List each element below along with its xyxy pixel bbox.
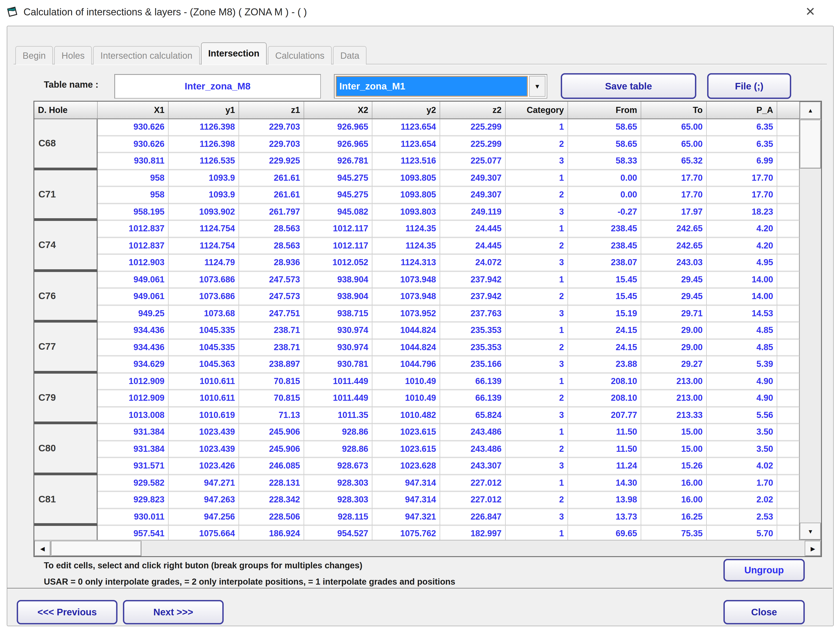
table-cell[interactable]: 13.98 [568,492,641,509]
table-cell[interactable]: 1010.611 [169,373,239,390]
tab-begin[interactable]: Begin [15,46,53,65]
table-cell[interactable]: 3 [505,509,568,526]
table-cell[interactable]: 947.314 [372,492,440,509]
file-button[interactable]: File (;) [707,73,791,99]
close-icon[interactable]: ✕ [805,5,815,19]
table-cell[interactable]: 1012.117 [304,221,372,238]
tab-data[interactable]: Data [333,46,367,65]
table-cell[interactable] [777,238,799,255]
table-cell[interactable]: 238.45 [568,221,641,238]
table-cell[interactable]: 14.00 [707,289,777,306]
hole-label[interactable]: C77 [34,323,98,373]
table-cell[interactable]: 1 [505,323,568,339]
table-cell[interactable]: 15.45 [568,272,641,289]
horizontal-scrollbar[interactable]: ◀ ▶ [34,540,821,556]
table-cell[interactable]: 926.965 [304,136,372,153]
table-cell[interactable]: 1044.824 [372,339,440,357]
hole-label[interactable]: C81 [34,475,98,526]
table-cell[interactable]: 945.275 [304,170,372,187]
table-cell[interactable] [777,289,799,306]
tab-intersection-calculation[interactable]: Intersection calculation [93,46,200,65]
table-cell[interactable]: 931.571 [98,458,169,475]
table-cell[interactable]: 65.824 [440,407,505,424]
table-cell[interactable]: 1126.398 [169,136,239,153]
table-cell[interactable]: 228.342 [239,492,304,509]
table-cell[interactable]: 1023.426 [169,458,239,475]
table-cell[interactable]: 947.314 [372,475,440,492]
table-cell[interactable]: 1126.398 [169,119,239,136]
table-cell[interactable] [777,458,799,475]
table-cell[interactable]: 249.307 [440,170,505,187]
table-cell[interactable]: 4.90 [707,390,777,407]
table-cell[interactable]: 28.563 [239,238,304,255]
table-cell[interactable]: 3 [505,458,568,475]
table-cell[interactable]: 17.70 [641,187,707,204]
table-cell[interactable]: 1011.449 [304,373,372,390]
table-cell[interactable]: 226.847 [440,509,505,526]
table-cell[interactable]: 947.263 [169,492,239,509]
table-cell[interactable]: 225.077 [440,153,505,170]
scroll-down-icon[interactable]: ▼ [800,523,821,540]
table-cell[interactable]: 208.10 [568,390,641,407]
table-cell[interactable]: 1 [505,119,568,136]
table-cell[interactable]: 1045.363 [169,357,239,373]
table-cell[interactable]: 238.71 [239,339,304,357]
table-cell[interactable]: 1010.482 [372,407,440,424]
table-cell[interactable]: 957.541 [98,526,169,540]
table-cell[interactable]: 1123.654 [372,119,440,136]
table-cell[interactable] [777,170,799,187]
table-cell[interactable]: 945.275 [304,187,372,204]
table-cell[interactable]: 1012.837 [98,238,169,255]
table-cell[interactable]: 28.563 [239,221,304,238]
table-cell[interactable]: 1093.805 [372,170,440,187]
table-cell[interactable]: 1012.117 [304,238,372,255]
table-cell[interactable]: 1073.948 [372,289,440,306]
table-cell[interactable]: 1 [505,373,568,390]
table-cell[interactable]: 69.65 [568,526,641,540]
table-cell[interactable]: 16.00 [641,475,707,492]
table-cell[interactable]: 1.70 [707,475,777,492]
table-cell[interactable]: 938.904 [304,272,372,289]
table-cell[interactable]: 1124.754 [169,221,239,238]
table-cell[interactable]: 13.73 [568,509,641,526]
table-cell[interactable]: 65.00 [641,119,707,136]
table-cell[interactable]: 243.486 [440,441,505,458]
table-cell[interactable]: 2 [505,238,568,255]
table-cell[interactable]: 29.27 [641,357,707,373]
table-cell[interactable] [777,255,799,272]
table-cell[interactable]: 261.61 [239,187,304,204]
table-cell[interactable]: 6.35 [707,119,777,136]
table-cell[interactable]: 16.00 [641,492,707,509]
table-cell[interactable]: 227.012 [440,475,505,492]
table-cell[interactable]: 947.321 [372,509,440,526]
table-cell[interactable] [777,441,799,458]
table-cell[interactable]: 238.45 [568,238,641,255]
table-cell[interactable]: 261.61 [239,170,304,187]
table-cell[interactable]: 1126.535 [169,153,239,170]
table-cell[interactable]: 58.33 [568,153,641,170]
table-cell[interactable]: 1044.796 [372,357,440,373]
table-cell[interactable]: 1010.49 [372,390,440,407]
table-cell[interactable]: 954.527 [304,526,372,540]
table-cell[interactable]: 238.07 [568,255,641,272]
table-cell[interactable]: 29.45 [641,272,707,289]
table-cell[interactable]: 929.823 [98,492,169,509]
table-cell[interactable]: 6.99 [707,153,777,170]
table-cell[interactable]: 17.97 [641,204,707,221]
table-cell[interactable] [777,357,799,373]
table-cell[interactable]: 213.00 [641,373,707,390]
table-cell[interactable]: 2.02 [707,492,777,509]
table-cell[interactable]: 1011.449 [304,390,372,407]
table-cell[interactable]: 1045.335 [169,339,239,357]
table-cell[interactable]: 928.86 [304,424,372,441]
table-cell[interactable]: 225.299 [440,119,505,136]
table-cell[interactable] [777,407,799,424]
ungroup-button[interactable]: Ungroup [723,559,805,581]
table-cell[interactable]: 208.10 [568,373,641,390]
table-cell[interactable]: 1073.68 [169,306,239,323]
table-cell[interactable]: 2 [505,339,568,357]
table-cell[interactable] [777,119,799,136]
table-cell[interactable]: 4.85 [707,323,777,339]
table-cell[interactable]: 938.904 [304,289,372,306]
table-cell[interactable]: 65.32 [641,153,707,170]
